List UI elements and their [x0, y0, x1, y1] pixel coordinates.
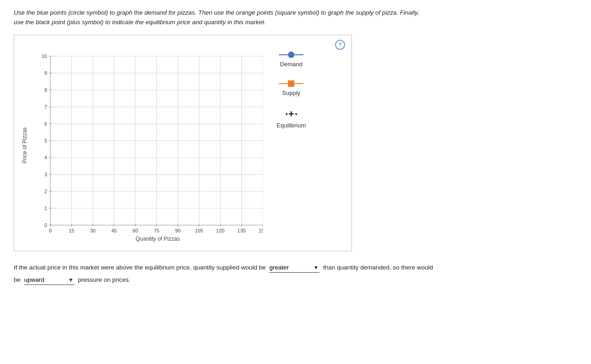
svg-text:1: 1 [44, 206, 47, 211]
svg-text:6: 6 [44, 121, 47, 127]
legend-equilibrium: + Equilibrium [277, 109, 306, 129]
svg-text:120: 120 [216, 228, 224, 233]
instruction-line1: Use the blue points (circle symbol) to g… [14, 9, 419, 16]
graph-and-legend: 0 1 2 3 4 5 6 7 8 [30, 47, 306, 243]
equil-dot-right [295, 113, 297, 115]
demand-label: Demand [280, 61, 303, 68]
supply-symbol [279, 80, 303, 87]
chart-area: Price of Pizzas [21, 47, 344, 243]
svg-text:9: 9 [44, 70, 47, 76]
bottom-section: If the actual price in this market were … [14, 261, 562, 286]
legend-area: Demand Supply [277, 47, 306, 142]
dropdown2-arrow: ▼ [68, 274, 74, 285]
svg-text:75: 75 [154, 228, 159, 233]
supply-square [288, 80, 294, 87]
y-axis-label: Price of Pizzas [21, 68, 28, 223]
demand-circle [288, 52, 294, 58]
svg-text:90: 90 [175, 228, 181, 233]
legend-demand: Demand [277, 52, 306, 68]
equil-plus: + [288, 109, 294, 119]
dropdown2-container[interactable]: upward downward ▼ [24, 275, 75, 285]
svg-text:5: 5 [44, 138, 47, 143]
equil-dot-left [286, 113, 288, 115]
svg-text:3: 3 [44, 172, 47, 177]
supply-line-right [294, 83, 303, 84]
bottom-text-before: If the actual price in this market were … [14, 264, 266, 271]
svg-text:7: 7 [44, 104, 47, 110]
dropdown1-select[interactable]: greater less equal [269, 264, 310, 271]
svg-text:30: 30 [90, 228, 96, 233]
svg-text:15: 15 [69, 228, 74, 233]
svg-text:0: 0 [49, 228, 52, 233]
demand-symbol [279, 52, 303, 58]
chart-container: ? Price of Pizzas [14, 35, 352, 251]
dropdown1-arrow: ▼ [313, 262, 319, 273]
svg-text:4: 4 [44, 155, 47, 160]
demand-line-left [279, 54, 288, 55]
instructions: Use the blue points (circle symbol) to g… [14, 8, 516, 27]
instruction-line2: use the black point (plus symbol) to ind… [14, 19, 266, 26]
help-icon[interactable]: ? [335, 40, 345, 50]
svg-text:10: 10 [42, 53, 47, 59]
bottom-text-end: pressure on prices. [78, 276, 131, 283]
bottom-text-newline: be [14, 276, 21, 283]
main-chart-svg[interactable]: 0 1 2 3 4 5 6 7 8 [30, 47, 263, 243]
supply-label: Supply [282, 90, 300, 96]
demand-line-right [294, 54, 303, 55]
equilibrium-symbol: + [286, 109, 297, 119]
dropdown1-container[interactable]: greater less equal ▼ [269, 263, 319, 273]
svg-text:105: 105 [195, 228, 203, 233]
dropdown2-select[interactable]: upward downward [24, 276, 65, 283]
chart-inner: 0 1 2 3 4 5 6 7 8 [30, 47, 306, 243]
supply-line-left [279, 83, 288, 84]
svg-text:0: 0 [44, 222, 47, 228]
svg-text:135: 135 [237, 228, 245, 233]
svg-text:45: 45 [111, 228, 117, 233]
bottom-text-middle: than quantity demanded, so there would [323, 264, 433, 271]
svg-text:Quantity of Pizzas: Quantity of Pizzas [136, 236, 180, 242]
svg-text:8: 8 [44, 87, 47, 93]
equilibrium-label: Equilibrium [277, 122, 306, 129]
svg-text:2: 2 [44, 189, 47, 194]
svg-text:150: 150 [259, 228, 263, 233]
legend-supply: Supply [277, 80, 306, 96]
svg-text:60: 60 [133, 228, 138, 233]
